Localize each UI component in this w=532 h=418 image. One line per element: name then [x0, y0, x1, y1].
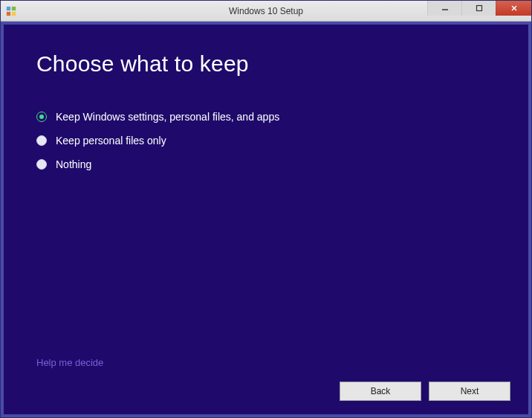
- option-nothing[interactable]: Nothing: [36, 158, 496, 170]
- svg-rect-5: [476, 6, 481, 11]
- option-label: Keep Windows settings, personal files, a…: [56, 111, 279, 123]
- setup-window: Windows 10 Setup Choose what to keep Kee…: [0, 0, 532, 418]
- button-row: Back Next: [340, 382, 510, 401]
- option-keep-all[interactable]: Keep Windows settings, personal files, a…: [36, 111, 496, 123]
- option-label: Nothing: [56, 158, 91, 170]
- option-keep-files[interactable]: Keep personal files only: [36, 135, 496, 147]
- back-button[interactable]: Back: [340, 382, 421, 401]
- titlebar: Windows 10 Setup: [1, 1, 531, 22]
- content-area: Choose what to keep Keep Windows setting…: [1, 22, 531, 417]
- option-label: Keep personal files only: [56, 135, 166, 147]
- svg-rect-2: [7, 11, 10, 15]
- svg-rect-3: [12, 11, 16, 15]
- radio-icon: [36, 135, 47, 146]
- radio-icon: [36, 159, 47, 170]
- next-button[interactable]: Next: [429, 382, 510, 401]
- maximize-button[interactable]: [461, 1, 496, 16]
- minimize-button[interactable]: [427, 1, 461, 16]
- radio-icon: [36, 112, 47, 122]
- page-heading: Choose what to keep: [36, 51, 496, 77]
- help-link[interactable]: Help me decide: [36, 357, 103, 368]
- close-button[interactable]: [496, 1, 531, 16]
- app-icon: [5, 5, 17, 17]
- options-group: Keep Windows settings, personal files, a…: [36, 111, 496, 170]
- svg-rect-1: [12, 6, 16, 10]
- svg-rect-0: [7, 6, 10, 10]
- window-controls: [427, 1, 531, 21]
